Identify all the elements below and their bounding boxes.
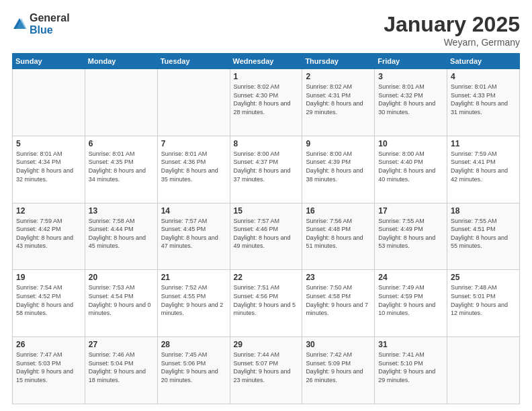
calendar-cell: 17Sunrise: 7:55 AM Sunset: 4:49 PM Dayli… [375,203,447,270]
day-detail: Sunrise: 8:00 AM Sunset: 4:37 PM Dayligh… [234,150,299,183]
calendar-cell: 23Sunrise: 7:50 AM Sunset: 4:58 PM Dayli… [302,270,375,337]
calendar-cell: 13Sunrise: 7:58 AM Sunset: 4:44 PM Dayli… [85,203,157,270]
day-detail: Sunrise: 8:02 AM Sunset: 4:30 PM Dayligh… [234,83,299,116]
day-detail: Sunrise: 7:52 AM Sunset: 4:55 PM Dayligh… [161,283,226,317]
header-tuesday: Tuesday [157,54,230,69]
calendar-cell: 2Sunrise: 8:02 AM Sunset: 4:31 PM Daylig… [302,69,375,136]
header-wednesday: Wednesday [230,54,302,69]
day-detail: Sunrise: 8:02 AM Sunset: 4:31 PM Dayligh… [306,83,371,116]
day-number: 19 [16,273,81,282]
calendar-cell: 21Sunrise: 7:52 AM Sunset: 4:55 PM Dayli… [157,270,230,337]
day-detail: Sunrise: 7:59 AM Sunset: 4:42 PM Dayligh… [16,217,81,250]
calendar-cell: 30Sunrise: 7:42 AM Sunset: 5:09 PM Dayli… [302,337,375,404]
calendar-cell: 28Sunrise: 7:45 AM Sunset: 5:06 PM Dayli… [157,337,230,404]
day-detail: Sunrise: 7:55 AM Sunset: 4:51 PM Dayligh… [451,217,516,250]
calendar-cell [85,69,157,136]
calendar-cell: 19Sunrise: 7:54 AM Sunset: 4:52 PM Dayli… [13,270,85,337]
day-detail: Sunrise: 7:45 AM Sunset: 5:06 PM Dayligh… [161,351,226,384]
day-number: 30 [306,340,371,349]
day-number: 28 [161,340,226,349]
header-sunday: Sunday [13,54,85,69]
day-number: 20 [89,273,154,282]
day-detail: Sunrise: 8:01 AM Sunset: 4:33 PM Dayligh… [451,83,516,116]
calendar-cell: 7Sunrise: 8:01 AM Sunset: 4:36 PM Daylig… [157,136,230,203]
day-number: 24 [378,273,443,282]
calendar-cell: 6Sunrise: 8:01 AM Sunset: 4:35 PM Daylig… [85,136,157,203]
calendar-cell: 24Sunrise: 7:49 AM Sunset: 4:59 PM Dayli… [375,270,447,337]
day-number: 4 [451,72,516,81]
day-detail: Sunrise: 7:44 AM Sunset: 5:07 PM Dayligh… [234,351,299,384]
logo-icon [12,17,27,32]
day-detail: Sunrise: 7:47 AM Sunset: 5:03 PM Dayligh… [16,351,81,384]
day-detail: Sunrise: 8:00 AM Sunset: 4:39 PM Dayligh… [306,150,371,183]
day-number: 29 [234,340,299,349]
day-detail: Sunrise: 7:58 AM Sunset: 4:44 PM Dayligh… [89,217,154,250]
calendar-week-2: 12Sunrise: 7:59 AM Sunset: 4:42 PM Dayli… [13,203,520,270]
day-detail: Sunrise: 7:59 AM Sunset: 4:41 PM Dayligh… [451,150,516,183]
day-number: 1 [234,72,299,81]
calendar-cell: 3Sunrise: 8:01 AM Sunset: 4:32 PM Daylig… [375,69,447,136]
day-detail: Sunrise: 7:57 AM Sunset: 4:45 PM Dayligh… [161,217,226,250]
calendar-cell: 14Sunrise: 7:57 AM Sunset: 4:45 PM Dayli… [157,203,230,270]
calendar-body: 1Sunrise: 8:02 AM Sunset: 4:30 PM Daylig… [13,69,520,404]
day-detail: Sunrise: 7:55 AM Sunset: 4:49 PM Dayligh… [378,217,443,250]
calendar-cell: 31Sunrise: 7:41 AM Sunset: 5:10 PM Dayli… [375,337,447,404]
calendar-cell: 8Sunrise: 8:00 AM Sunset: 4:37 PM Daylig… [230,136,302,203]
day-number: 9 [306,139,371,148]
day-number: 27 [89,340,154,349]
calendar-cell: 22Sunrise: 7:51 AM Sunset: 4:56 PM Dayli… [230,270,302,337]
day-number: 10 [378,139,443,148]
day-number: 5 [16,139,81,148]
day-detail: Sunrise: 7:51 AM Sunset: 4:56 PM Dayligh… [234,283,299,317]
calendar-cell: 12Sunrise: 7:59 AM Sunset: 4:42 PM Dayli… [13,203,85,270]
day-number: 15 [234,206,299,216]
title-block: January 2025 Weyarn, Germany [384,12,520,48]
day-detail: Sunrise: 7:56 AM Sunset: 4:48 PM Dayligh… [306,217,371,250]
day-detail: Sunrise: 8:00 AM Sunset: 4:40 PM Dayligh… [378,150,443,183]
day-number: 31 [378,340,443,349]
day-detail: Sunrise: 7:57 AM Sunset: 4:46 PM Dayligh… [234,217,299,250]
day-number: 2 [306,72,371,81]
calendar-week-1: 5Sunrise: 8:01 AM Sunset: 4:34 PM Daylig… [13,136,520,203]
calendar-table: Sunday Monday Tuesday Wednesday Thursday… [12,53,520,404]
logo-text: General Blue [30,12,70,36]
day-number: 8 [234,139,299,148]
calendar-cell: 18Sunrise: 7:55 AM Sunset: 4:51 PM Dayli… [447,203,520,270]
day-detail: Sunrise: 7:54 AM Sunset: 4:52 PM Dayligh… [16,283,81,317]
calendar-cell [13,69,85,136]
calendar-cell: 29Sunrise: 7:44 AM Sunset: 5:07 PM Dayli… [230,337,302,404]
logo-blue: Blue [30,24,70,36]
logo: General Blue [12,12,70,36]
day-detail: Sunrise: 7:53 AM Sunset: 4:54 PM Dayligh… [89,283,154,317]
logo-general: General [30,12,70,24]
header-row: Sunday Monday Tuesday Wednesday Thursday… [13,54,520,69]
calendar-week-0: 1Sunrise: 8:02 AM Sunset: 4:30 PM Daylig… [13,69,520,136]
day-number: 14 [161,206,226,216]
day-detail: Sunrise: 7:48 AM Sunset: 5:01 PM Dayligh… [451,283,516,317]
day-number: 12 [16,206,81,216]
calendar-cell: 11Sunrise: 7:59 AM Sunset: 4:41 PM Dayli… [447,136,520,203]
day-number: 11 [451,139,516,148]
day-number: 21 [161,273,226,282]
day-number: 23 [306,273,371,282]
day-detail: Sunrise: 8:01 AM Sunset: 4:36 PM Dayligh… [161,150,226,183]
calendar-cell [157,69,230,136]
day-detail: Sunrise: 7:41 AM Sunset: 5:10 PM Dayligh… [378,351,443,384]
day-number: 17 [378,206,443,216]
day-number: 6 [89,139,154,148]
calendar-cell: 4Sunrise: 8:01 AM Sunset: 4:33 PM Daylig… [447,69,520,136]
day-number: 25 [451,273,516,282]
header-friday: Friday [375,54,447,69]
calendar-cell: 20Sunrise: 7:53 AM Sunset: 4:54 PM Dayli… [85,270,157,337]
calendar-cell: 25Sunrise: 7:48 AM Sunset: 5:01 PM Dayli… [447,270,520,337]
calendar-header: Sunday Monday Tuesday Wednesday Thursday… [13,54,520,69]
day-number: 16 [306,206,371,216]
day-detail: Sunrise: 8:01 AM Sunset: 4:35 PM Dayligh… [89,150,154,183]
day-detail: Sunrise: 7:49 AM Sunset: 4:59 PM Dayligh… [378,283,443,317]
day-number: 26 [16,340,81,349]
header: General Blue January 2025 Weyarn, German… [12,12,520,48]
calendar-week-3: 19Sunrise: 7:54 AM Sunset: 4:52 PM Dayli… [13,270,520,337]
calendar-cell: 5Sunrise: 8:01 AM Sunset: 4:34 PM Daylig… [13,136,85,203]
day-number: 22 [234,273,299,282]
day-detail: Sunrise: 8:01 AM Sunset: 4:32 PM Dayligh… [378,83,443,116]
